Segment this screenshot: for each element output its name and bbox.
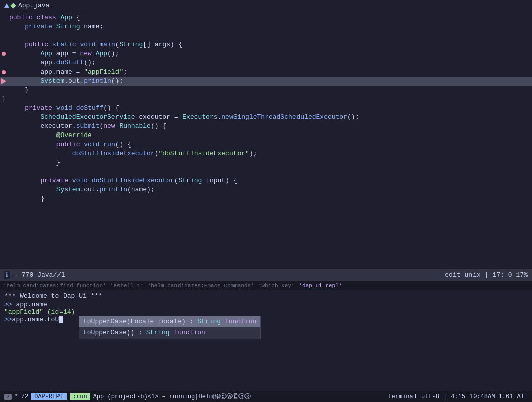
code-line: } <box>0 95 532 104</box>
code-line: public class App { <box>0 13 532 22</box>
code-content: System.out.println(); <box>7 77 532 86</box>
code-line: app.name = "appField"; <box>0 68 532 77</box>
mini-tab-helm-find[interactable]: *helm candidates:find-function* <box>2 283 107 289</box>
code-line: App app = new App(); <box>0 49 532 58</box>
code-content: } <box>7 86 532 95</box>
repl-area[interactable]: *** Welcome to Dap-Ui *** >> app.name "a… <box>0 290 532 391</box>
mini-tab-dap-repl[interactable]: *dap-ui-repl* <box>298 283 343 289</box>
gutter <box>0 194 7 204</box>
mode-line-mode: Java//l <box>37 271 65 279</box>
mode-position: 17: 0 <box>493 271 512 279</box>
mode-separator: | <box>485 271 489 279</box>
mode-line-info-icon: ℹ <box>4 271 10 279</box>
gutter <box>0 22 7 31</box>
code-line <box>0 167 532 176</box>
triangle-icon <box>4 3 9 8</box>
gutter <box>0 31 7 40</box>
code-line: public static void main(String[] args) { <box>0 40 532 49</box>
autocomplete-popup[interactable]: toUpperCase(Locale locale) : String func… <box>79 316 261 339</box>
ac-text1: toUpperCase(Locale locale) : <box>83 318 197 325</box>
mini-tab-which-key[interactable]: *which-key* <box>257 283 296 289</box>
repl-line-prompt1: >> app.name <box>4 301 528 308</box>
code-content: private void doStuff() { <box>7 104 532 113</box>
mode-line-right: edit unix | 17: 0 17% <box>445 271 528 279</box>
status-dap-label: DAP-REPL <box>31 393 67 400</box>
mini-tab-helm-emacs[interactable]: *helm candidates:Emacs Commands* <box>147 283 255 289</box>
gutter <box>0 49 7 58</box>
code-line: public void run() { <box>0 140 532 149</box>
code-content: App app = new App(); <box>7 49 532 58</box>
status-position: 4:15 <box>451 393 465 400</box>
gutter: } <box>0 95 7 104</box>
code-line <box>0 31 532 40</box>
code-content: ScheduledExecutorService executor = Exec… <box>7 113 532 122</box>
code-line: doStuffInsideExecutor("doStuffInsideExec… <box>0 149 532 158</box>
status-app-info: App (project-b)<1> – running|Helm@@ⓓⓌⒺⓗⓚ <box>93 392 251 401</box>
gutter <box>0 113 7 122</box>
gutter <box>0 104 7 113</box>
gutter <box>0 140 7 149</box>
code-content: app.name = "appField"; <box>7 68 532 77</box>
gutter <box>0 86 7 95</box>
ac-item-2[interactable]: toUpperCase() : String function <box>79 327 260 339</box>
code-line-highlighted: System.out.println(); <box>0 77 532 86</box>
code-line: @Override <box>0 131 532 140</box>
mode-unix: unix <box>465 271 481 279</box>
code-content: private String name; <box>7 22 532 31</box>
editor-area: public class App { private String name; … <box>0 11 532 280</box>
status-utf: utf-8 <box>421 393 439 400</box>
code-editor[interactable]: public class App { private String name; … <box>0 11 532 269</box>
code-content: public void run() { <box>7 140 532 149</box>
code-line: } <box>0 158 532 167</box>
code-content <box>7 31 532 40</box>
repl-prompt2: >> <box>4 316 12 323</box>
code-content: doStuffInsideExecutor("doStuffInsideExec… <box>7 149 532 158</box>
status-run-label: :run <box>70 393 90 400</box>
ac-fn2: function <box>173 329 205 337</box>
status-time: 10:48AM 1.61 <box>469 393 513 400</box>
title-bar-icons <box>4 3 15 8</box>
mode-line-dash: - <box>14 271 18 279</box>
code-content: public static void main(String[] args) { <box>7 40 532 49</box>
bracket-indicator: } <box>2 95 5 104</box>
code-content: public class App { <box>7 13 532 22</box>
code-line: ScheduledExecutorService executor = Exec… <box>0 113 532 122</box>
code-content <box>7 95 532 104</box>
repl-input-text: app.name.toU <box>12 316 60 323</box>
code-content: System.out.println(name); <box>7 185 532 194</box>
ac-item-1[interactable]: toUpperCase(Locale locale) : String func… <box>79 316 260 327</box>
gutter <box>0 58 7 68</box>
ac-fn1: function <box>225 318 256 325</box>
status-separator: | <box>443 393 447 400</box>
mode-percent: 17% <box>516 271 528 279</box>
breakpoint-dot <box>2 70 6 74</box>
mini-tabs: *helm candidates:find-function* *eshell-… <box>0 280 532 290</box>
gutter <box>0 149 7 158</box>
code-line: private void doStuff() { <box>0 104 532 113</box>
repl-prompt: >> <box>4 301 16 308</box>
diamond-icon <box>10 3 16 8</box>
mode-edit: edit <box>445 271 460 279</box>
execution-arrow <box>1 78 6 84</box>
mini-tab-eshell[interactable]: *eshell-1* <box>109 283 145 289</box>
code-line: private void doStuffInsideExecutor(Strin… <box>0 176 532 185</box>
mode-line-linecount: 770 <box>22 271 33 279</box>
gutter <box>0 167 7 176</box>
ac-type1: String <box>197 318 225 325</box>
repl-input-section: >> app.name.toU toUpperCase(Locale local… <box>4 316 528 323</box>
ac-type2: String <box>146 329 174 337</box>
repl-cursor <box>59 316 63 323</box>
gutter <box>0 13 7 22</box>
code-line: System.out.println(name); <box>0 185 532 194</box>
code-content: app.doStuff(); <box>7 58 532 68</box>
repl-output1: "appField" (id=14) <box>4 308 75 316</box>
gutter <box>0 77 7 86</box>
code-content: @Override <box>7 131 532 140</box>
code-content: } <box>7 194 532 204</box>
gutter <box>0 40 7 49</box>
repl-cmd1: app.name <box>16 301 47 308</box>
status-bufnum: 72 <box>21 393 28 400</box>
code-content: executor.submit(new Runnable() { <box>7 122 532 131</box>
status-encoding: terminal <box>388 393 417 400</box>
status-left: 2 * 72 DAP-REPL :run App (project-b)<1> … <box>4 392 251 401</box>
